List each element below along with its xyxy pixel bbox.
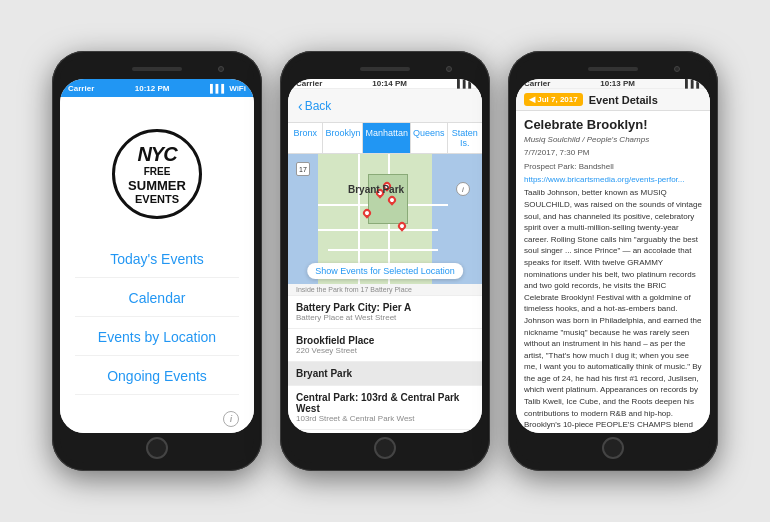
map-area: 17 Bryant Park i Show Events for Selecte… [288, 154, 482, 284]
signal-2: ▌▌▌ [457, 79, 474, 88]
nyc-logo: nyc FREE SUMMER EVENTS [112, 129, 202, 219]
time-3: 10:13 PM [600, 79, 635, 88]
location-name-3: Bryant Park [296, 368, 474, 379]
home-button-3[interactable] [602, 437, 624, 459]
phone-1: Carrier 10:12 PM ▌▌▌ WiFi nyc FREE SUMME… [52, 51, 262, 471]
show-events-btn-container: Show Events for Selected Location [307, 260, 463, 279]
show-events-button[interactable]: Show Events for Selected Location [307, 263, 463, 279]
status-bar-3: Carrier 10:13 PM ▌▌▌ [516, 79, 710, 89]
phone2-content: ‹ Back Bronx Brooklyn Manhattan Queens S… [288, 89, 482, 433]
list-item-3[interactable]: Bryant Park [288, 362, 482, 386]
home-button-1[interactable] [146, 437, 168, 459]
summer-text: SUMMER [128, 178, 186, 194]
phone-camera-3 [674, 66, 680, 72]
phone-camera [218, 66, 224, 72]
location-name-2: Brookfield Place [296, 335, 474, 346]
tab-queens[interactable]: Queens [411, 123, 448, 153]
phone-speaker [132, 67, 182, 71]
phone-2: Carrier 10:14 PM ▌▌▌ ‹ Back Bronx Brookl… [280, 51, 490, 471]
menu-item-ongoing-events[interactable]: Ongoing Events [75, 358, 239, 395]
list-item-4[interactable]: Central Park: 103rd & Central Park West … [288, 386, 482, 430]
location-address-2: 220 Vesey Street [296, 346, 474, 355]
detail-body: Celebrate Brooklyn! Musiq Soulchild / Pe… [516, 111, 710, 433]
event-subtitle: Musiq Soulchild / People's Champs [524, 135, 702, 144]
menu-item-todays-events[interactable]: Today's Events [75, 241, 239, 278]
tab-staten-island[interactable]: Staten Is. [448, 123, 482, 153]
back-chevron-icon: ‹ [298, 98, 303, 114]
carrier-2: Carrier [296, 79, 322, 88]
map-background: 17 Bryant Park i Show Events for Selecte… [288, 154, 482, 284]
signal-3: ▌▌▌ [685, 79, 702, 88]
phone3-content: ◀ Jul 7, 2017 Event Details Celebrate Br… [516, 89, 710, 433]
home-button-2[interactable] [374, 437, 396, 459]
logo-area: nyc FREE SUMMER EVENTS [112, 97, 202, 241]
info-area: i [60, 405, 254, 433]
carrier-3: Carrier [524, 79, 550, 88]
map-badge: 17 [296, 162, 310, 176]
nav-bar: ‹ Back [288, 89, 482, 123]
road-3 [328, 249, 438, 251]
event-title: Celebrate Brooklyn! [524, 117, 702, 132]
phone1-content: nyc FREE SUMMER EVENTS Today's Events Ca… [60, 97, 254, 433]
tab-bronx[interactable]: Bronx [288, 123, 323, 153]
event-link[interactable]: https://www.bricartsmedia.org/events-per… [524, 175, 702, 184]
phone-camera-2 [446, 66, 452, 72]
location-address-4: 103rd Street & Central Park West [296, 414, 474, 423]
event-description: Taalib Johnson, better known as MUSIQ SO… [524, 187, 702, 433]
status-bar-2: Carrier 10:14 PM ▌▌▌ [288, 79, 482, 89]
back-button[interactable]: ‹ Back [298, 98, 331, 114]
carrier-1: Carrier [68, 84, 94, 93]
list-item-1[interactable]: Battery Park City: Pier A Battery Place … [288, 296, 482, 329]
phone-3: Carrier 10:13 PM ▌▌▌ ◀ Jul 7, 2017 Event… [508, 51, 718, 471]
location-subtitle: Inside the Park from 17 Battery Place [288, 284, 482, 296]
event-details-title: Event Details [589, 94, 658, 106]
list-item-5[interactable]: Central Park: Charles A. Dana Discovery … [288, 430, 482, 433]
park-label: Bryant Park [348, 184, 404, 195]
main-menu: Today's Events Calendar Events by Locati… [60, 241, 254, 405]
tab-brooklyn[interactable]: Brooklyn [323, 123, 363, 153]
info-icon[interactable]: i [223, 411, 239, 427]
list-item-2[interactable]: Brookfield Place 220 Vesey Street [288, 329, 482, 362]
events-text: EVENTS [135, 193, 179, 206]
location-address-1: Battery Place at West Street [296, 313, 474, 322]
road-2 [318, 229, 438, 231]
map-info-icon[interactable]: i [456, 182, 470, 196]
free-text: FREE [144, 166, 171, 178]
nyc-text: nyc [137, 142, 176, 166]
borough-tabs: Bronx Brooklyn Manhattan Queens Staten I… [288, 123, 482, 154]
detail-header: ◀ Jul 7, 2017 Event Details [516, 89, 710, 111]
event-date: 7/7/2017, 7:30 PM [524, 147, 702, 158]
tab-manhattan[interactable]: Manhattan [363, 123, 411, 153]
event-location: Prospect Park: Bandshell [524, 161, 702, 172]
signal-1: ▌▌▌ WiFi [210, 84, 246, 93]
location-name-4: Central Park: 103rd & Central Park West [296, 392, 474, 414]
status-bar-1: Carrier 10:12 PM ▌▌▌ WiFi [60, 79, 254, 97]
locations-list: Battery Park City: Pier A Battery Place … [288, 296, 482, 433]
menu-item-events-by-location[interactable]: Events by Location [75, 319, 239, 356]
menu-item-calendar[interactable]: Calendar [75, 280, 239, 317]
location-name-1: Battery Park City: Pier A [296, 302, 474, 313]
time-2: 10:14 PM [372, 79, 407, 88]
phone-speaker-2 [360, 67, 410, 71]
time-1: 10:12 PM [135, 84, 170, 93]
phone-speaker-3 [588, 67, 638, 71]
back-label: Back [305, 99, 332, 113]
date-badge: ◀ Jul 7, 2017 [524, 93, 583, 106]
